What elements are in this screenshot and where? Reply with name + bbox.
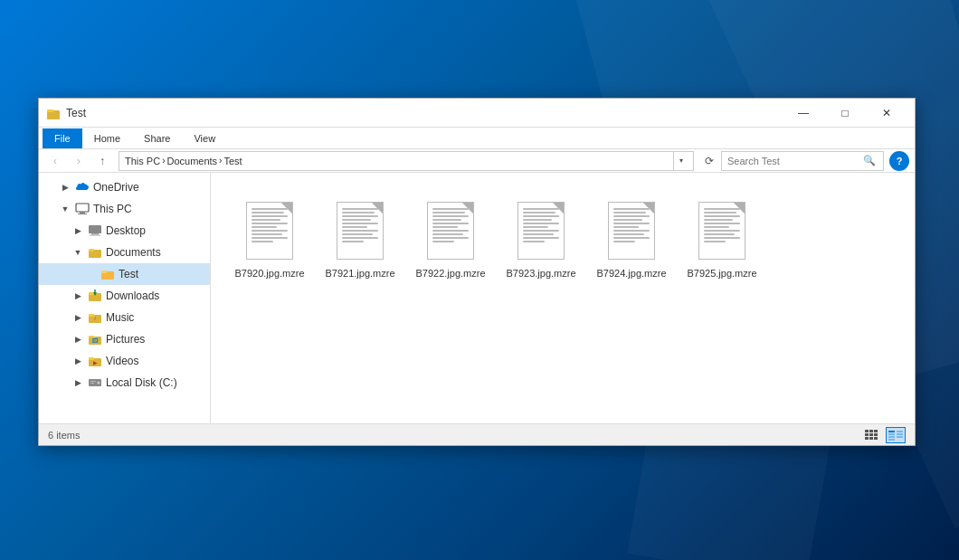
- expand-icon: ▶: [59, 181, 71, 194]
- sidebar-item-pictures[interactable]: ▶ 🖼 Pictures: [39, 328, 210, 350]
- tab-view[interactable]: View: [182, 128, 227, 148]
- file-label: B7922.jpg.mzre: [415, 267, 485, 280]
- file-item[interactable]: B7923.jpg.mzre: [500, 191, 582, 287]
- svg-rect-44: [888, 439, 895, 441]
- sidebar-item-test[interactable]: Test: [39, 263, 210, 285]
- svg-rect-31: [874, 430, 878, 432]
- svg-rect-35: [865, 437, 869, 440]
- svg-rect-34: [874, 433, 878, 436]
- sidebar-item-desktop[interactable]: ▶ Desktop: [39, 220, 210, 242]
- file-label: B7924.jpg.mzre: [596, 267, 666, 280]
- sidebar-item-this-pc[interactable]: ▼ This PC: [39, 198, 210, 220]
- sidebar-label-onedrive: OneDrive: [93, 181, 139, 194]
- tab-share[interactable]: Share: [132, 128, 182, 148]
- file-label: B7925.jpg.mzre: [687, 267, 756, 280]
- svg-rect-32: [865, 433, 869, 436]
- files-grid: B7920.jpg.mzre: [211, 173, 915, 423]
- file-icon: [512, 198, 570, 263]
- window-title: Test: [66, 107, 783, 119]
- svg-rect-5: [89, 225, 101, 233]
- onedrive-icon: [75, 180, 90, 195]
- svg-rect-29: [865, 430, 869, 432]
- sidebar-item-documents[interactable]: ▼ Documents: [39, 242, 210, 263]
- up-button[interactable]: ↑: [91, 151, 113, 171]
- svg-rect-1: [47, 109, 53, 112]
- file-icon: [241, 198, 299, 263]
- sidebar-label-local-disk: Local Disk (C:): [106, 376, 177, 389]
- expand-icon-music: ▶: [71, 311, 84, 324]
- sidebar-item-local-disk[interactable]: ▶ Local Disk (C:): [39, 372, 210, 394]
- tab-file[interactable]: File: [43, 128, 82, 148]
- svg-rect-11: [101, 271, 107, 273]
- svg-rect-27: [90, 381, 96, 382]
- expand-icon-downloads: ▶: [71, 289, 84, 302]
- file-item[interactable]: B7922.jpg.mzre: [410, 191, 491, 287]
- address-bar[interactable]: This PC › Documents › Test ▾: [119, 151, 694, 171]
- file-label: B7920.jpg.mzre: [234, 267, 304, 280]
- expand-icon-videos: ▶: [71, 355, 84, 367]
- sidebar-item-onedrive[interactable]: ▶ OneDrive: [39, 176, 210, 198]
- search-box: 🔍: [721, 151, 884, 171]
- search-icon[interactable]: 🔍: [861, 153, 878, 169]
- svg-rect-33: [869, 433, 873, 436]
- sidebar-label-this-pc: This PC: [93, 203, 132, 215]
- svg-rect-4: [78, 214, 87, 214]
- svg-rect-42: [888, 436, 895, 438]
- pc-icon: [75, 202, 90, 216]
- sidebar-item-videos[interactable]: ▶ ▶ Videos: [39, 350, 210, 372]
- svg-rect-36: [869, 437, 873, 440]
- search-input[interactable]: [727, 156, 861, 166]
- tile-view-button[interactable]: [886, 427, 906, 443]
- sidebar: ▶ OneDrive ▼ This PC: [39, 173, 211, 423]
- svg-rect-43: [897, 436, 903, 438]
- file-icon: [603, 198, 660, 263]
- svg-rect-30: [869, 430, 873, 432]
- expand-icon-desktop: ▶: [71, 224, 84, 237]
- svg-rect-37: [874, 437, 878, 440]
- help-button[interactable]: ?: [889, 151, 909, 171]
- minimize-button[interactable]: —: [783, 99, 824, 128]
- expand-icon-pc: ▼: [59, 203, 71, 215]
- breadcrumb-this-pc[interactable]: This PC: [125, 156, 160, 166]
- status-bar: 6 items: [39, 423, 915, 445]
- file-label: B7923.jpg.mzre: [506, 267, 575, 280]
- forward-button[interactable]: ›: [68, 151, 90, 171]
- svg-rect-28: [90, 383, 94, 384]
- sidebar-label-desktop: Desktop: [106, 224, 146, 237]
- test-folder-icon: [100, 267, 115, 281]
- svg-rect-13: [89, 292, 94, 295]
- breadcrumb-test[interactable]: Test: [223, 156, 242, 166]
- svg-rect-6: [91, 233, 99, 235]
- close-button[interactable]: ✕: [866, 99, 907, 128]
- file-item[interactable]: B7925.jpg.mzre: [681, 191, 763, 287]
- back-button[interactable]: ‹: [44, 151, 66, 171]
- list-view-button[interactable]: [862, 427, 882, 443]
- sidebar-item-music[interactable]: ▶ ♪ Music: [39, 307, 210, 328]
- file-item[interactable]: B7920.jpg.mzre: [229, 191, 310, 287]
- file-icon: [422, 198, 480, 263]
- toolbar: ‹ › ↑ This PC › Documents › Test ▾ ⟳ 🔍 ?: [39, 149, 915, 173]
- videos-icon: ▶: [88, 354, 102, 368]
- item-count: 6 items: [48, 430, 80, 441]
- refresh-button[interactable]: ⟳: [699, 151, 719, 171]
- address-dropdown-button[interactable]: ▾: [673, 151, 688, 171]
- file-item[interactable]: B7921.jpg.mzre: [319, 191, 401, 287]
- tab-home[interactable]: Home: [82, 128, 132, 148]
- expand-icon-documents: ▼: [71, 246, 84, 259]
- maximize-button[interactable]: □: [824, 99, 866, 128]
- main-area: ▶ OneDrive ▼ This PC: [39, 173, 915, 423]
- file-explorer-window: Test — □ ✕ File Home Share View ‹ › ↑ Th…: [38, 98, 916, 446]
- sidebar-item-downloads[interactable]: ▶ Downloads: [39, 285, 210, 307]
- view-controls: [862, 427, 906, 443]
- sidebar-label-videos: Videos: [106, 355, 138, 367]
- breadcrumb-documents[interactable]: Documents: [166, 156, 217, 166]
- sidebar-label-downloads: Downloads: [106, 289, 159, 302]
- pictures-icon: 🖼: [88, 332, 102, 346]
- svg-rect-41: [897, 433, 903, 435]
- svg-rect-2: [76, 204, 89, 212]
- svg-text:▶: ▶: [93, 360, 98, 365]
- svg-text:🖼: 🖼: [92, 337, 99, 344]
- title-bar: Test — □ ✕: [39, 99, 915, 128]
- file-item[interactable]: B7924.jpg.mzre: [591, 191, 672, 287]
- documents-icon: [88, 245, 102, 260]
